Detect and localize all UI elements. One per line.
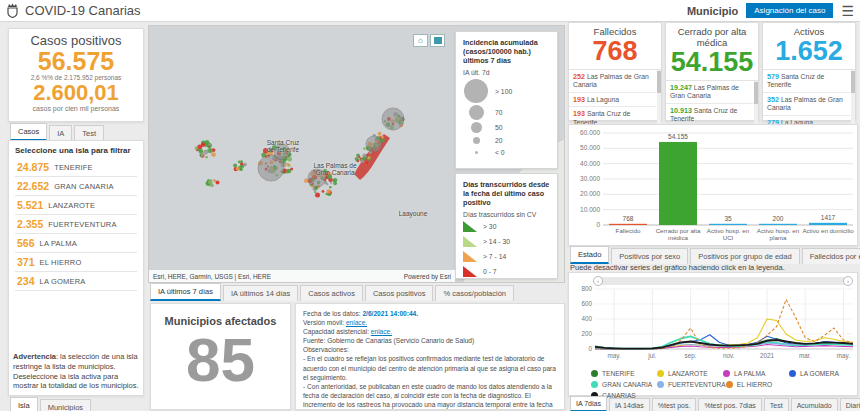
- info-link[interactable]: enlace.: [346, 319, 367, 326]
- svg-text:jul.: jul.: [647, 352, 656, 360]
- warning-text: Advertencia: la selección de una isla re…: [13, 352, 139, 391]
- info-line: Observaciones:: [303, 345, 557, 354]
- legend-dias-subtitle: Días trascurridos sin CV: [463, 211, 550, 218]
- svg-text:Fallecido: Fallecido: [616, 227, 641, 234]
- legend-label: LANZAROTE: [668, 370, 708, 377]
- svg-text:médica: médica: [668, 234, 689, 241]
- tab-casos[interactable]: Casos: [10, 123, 47, 141]
- tab-ia-ltimos-7-d-as[interactable]: IA últimos 7 días: [150, 283, 221, 301]
- stat-item-value: 19.247: [670, 83, 692, 92]
- legend-label: LA PALMA: [734, 370, 765, 377]
- tab--test-pos-7dias[interactable]: %test pos. 7dias: [698, 398, 761, 411]
- svg-text:Activo en domicilio: Activo en domicilio: [802, 227, 854, 234]
- tab-municipios[interactable]: Municipios: [40, 399, 91, 411]
- positives-tabs: CasosIATest: [10, 123, 106, 141]
- tab--test-pos-[interactable]: %test pos.: [652, 398, 697, 411]
- legend-dot: [591, 370, 598, 377]
- island-row-tenerife[interactable]: 24.875TENERIFE: [15, 158, 137, 177]
- map-attribution: Esri, HERE, Garmin, USGS | Esri, HERE Po…: [149, 270, 455, 282]
- svg-text:0: 0: [596, 221, 600, 228]
- stat-list-item[interactable]: 193 La Laguna: [569, 93, 656, 107]
- info-line-label: Fecha de los datos:: [303, 310, 362, 317]
- island-row-la-gomera[interactable]: 234LA GOMERA: [15, 272, 137, 291]
- legend-triangle-item: 0 - 7: [463, 266, 550, 277]
- map[interactable]: Santa Cruzde Tenerife Las Palmas deGran …: [148, 25, 565, 283]
- island-row-gran-canaria[interactable]: 22.652GRAN CANARIA: [15, 177, 137, 196]
- attribution-text: Esri, HERE, Garmin, USGS | Esri, HERE: [153, 273, 271, 280]
- svg-text:20.000: 20.000: [580, 190, 600, 197]
- tab-test[interactable]: Test: [764, 398, 789, 411]
- tab-test[interactable]: Test: [74, 125, 104, 141]
- map-legend-button[interactable]: [430, 34, 445, 47]
- svg-text:800: 800: [581, 285, 592, 292]
- tab-acumulado[interactable]: Acumulado: [791, 398, 838, 411]
- legend-dias-title: Días transcurridos desde la fecha del úl…: [463, 180, 550, 207]
- svg-text:may.: may.: [608, 352, 621, 360]
- svg-text:1417: 1417: [821, 214, 836, 221]
- island-row-el-hierro[interactable]: 371EL HIERRO: [15, 253, 137, 272]
- stat-list-scrollbar[interactable]: [851, 70, 855, 125]
- legend-circle-item: 70: [463, 105, 550, 120]
- tab-ia-14dias[interactable]: IA 14dias: [609, 398, 650, 411]
- island-row-lanzarote[interactable]: 5.521LANZAROTE: [15, 196, 137, 215]
- map-label-laayoune: Laayoune: [393, 210, 433, 217]
- tab-positivos-por-sexo[interactable]: Positivos por sexo: [611, 248, 688, 264]
- legend-label: EL HIERRO: [737, 381, 772, 388]
- tab-ia-7dias[interactable]: IA 7dias: [570, 396, 607, 411]
- stat-item-value: 352: [767, 95, 779, 104]
- island-name: LANZAROTE: [48, 201, 95, 210]
- legend-dot: [726, 381, 733, 388]
- legend-triangle-label: > 30: [483, 223, 496, 230]
- island-value: 2.355: [17, 218, 43, 230]
- header-bar: COVID-19 Canarias Municipio Asignación d…: [0, 0, 860, 22]
- tab-diario[interactable]: Diario: [840, 398, 860, 411]
- casos-positivos-total: 56.575: [9, 48, 143, 74]
- app-title: COVID-19 Canarias: [25, 3, 141, 18]
- tab-casos-activos[interactable]: Casos activos: [300, 285, 363, 301]
- stat-list-scrollbar[interactable]: [657, 70, 661, 125]
- casos-rate-label: casos por cien mil personas: [9, 105, 143, 112]
- circle-swatch: [463, 79, 489, 103]
- tab--casos-poblaci-n[interactable]: % casos/población: [435, 285, 514, 301]
- tab-positivos-por-grupo-de-edad[interactable]: Positivos por grupo de edad: [690, 248, 799, 264]
- stat-list-item[interactable]: 352 Las Palmas de Gran Canaria: [763, 93, 850, 116]
- info-line: Fuente: Gobierno de Canarias (Servicio C…: [303, 336, 557, 345]
- legend-circle-item: 20: [463, 135, 550, 145]
- tab-casos-positivos[interactable]: Casos positivos: [365, 285, 434, 301]
- island-name: GRAN CANARIA: [54, 182, 114, 191]
- legend-item-fuerteventura[interactable]: FUERTEVENTURA: [657, 379, 726, 390]
- legend-item-lanzarote[interactable]: LANZAROTE: [657, 368, 723, 379]
- svg-text:planta: planta: [770, 234, 787, 241]
- triangle-swatch: [463, 266, 477, 277]
- tab-isla[interactable]: Isla: [10, 397, 38, 411]
- svg-text:Activo hosp. en: Activo hosp. en: [707, 227, 750, 234]
- legend-item-el-hierro[interactable]: EL HIERRO: [726, 379, 792, 390]
- stat-list-item[interactable]: 193 Santa Cruz de Tenerife: [569, 107, 656, 125]
- covid-dashboard: COVID-19 Canarias Municipio Asignación d…: [0, 0, 860, 411]
- island-row-fuerteventura[interactable]: 2.355FUERTEVENTURA: [15, 215, 137, 234]
- legend-incidencia-title: Incidencia acumulada (casos/100000 hab.)…: [463, 38, 550, 65]
- stat-list-item[interactable]: 252 Las Palmas de Gran Canaria: [569, 70, 656, 93]
- menu-icon[interactable]: ☰: [841, 6, 854, 16]
- map-home-button[interactable]: ⌂: [413, 34, 428, 47]
- slider-right-handle[interactable]: ›: [843, 276, 853, 286]
- stat-card-cerrado-por-alta-m-dica: Cerrado por alta médica54.15519.247 Las …: [665, 22, 759, 121]
- tab-fallecidos-por-edad-y-sexo[interactable]: Fallecidos por edad y sexo: [802, 248, 860, 264]
- tab-ia-ltimos-14-d-as[interactable]: IA últimos 14 días: [223, 285, 298, 301]
- legend-dot: [723, 370, 730, 377]
- island-row-la-palma[interactable]: 566LA PALMA: [15, 234, 137, 253]
- stat-list-item[interactable]: 579 Santa Cruz de Tenerife: [763, 70, 850, 93]
- tab-ia[interactable]: IA: [49, 125, 72, 141]
- stat-list-item[interactable]: 19.247 Las Palmas de Gran Canaria: [666, 81, 753, 104]
- legend-item-la-palma[interactable]: LA PALMA: [723, 368, 789, 379]
- info-link[interactable]: enlace.: [371, 328, 392, 335]
- legend-item-gran-canaria[interactable]: GRAN CANARIA: [591, 379, 657, 390]
- legend-item-la-gomera[interactable]: LA GOMERA: [789, 368, 855, 379]
- legend-item-tenerife[interactable]: TENERIFE: [591, 368, 657, 379]
- asignacion-del-caso-button[interactable]: Asignación del caso: [746, 3, 833, 18]
- slider-left-handle[interactable]: ‹: [593, 276, 603, 286]
- legend-label: GRAN CANARIA: [602, 381, 652, 388]
- casos-rate: 2.600,01: [9, 81, 143, 105]
- time-range-slider[interactable]: ‹ ›: [595, 277, 851, 285]
- tab-estado[interactable]: Estado: [570, 246, 609, 264]
